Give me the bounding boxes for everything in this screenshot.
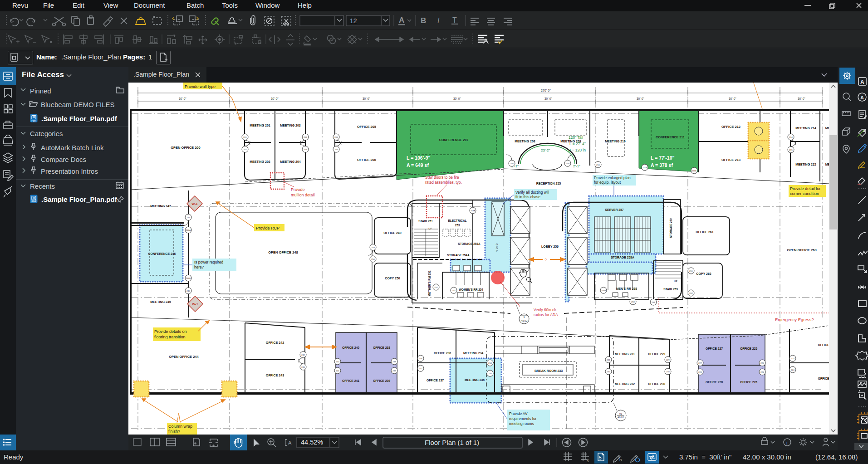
svg-text:225: 225 xyxy=(760,362,764,364)
svg-text:for equip. layout: for equip. layout xyxy=(594,180,621,185)
svg-text:236: 236 xyxy=(419,357,422,360)
svg-text:237: 237 xyxy=(419,367,422,370)
svg-text:A = 378 sf: A = 378 sf xyxy=(651,162,673,168)
svg-text:Stair doors to be fire: Stair doors to be fire xyxy=(425,175,459,180)
svg-text:COPY 250: COPY 250 xyxy=(385,277,400,280)
svg-text:Emergency Egress?: Emergency Egress? xyxy=(775,317,814,322)
svg-text:mullion detail: mullion detail xyxy=(291,193,315,197)
svg-text:OFFICE 239: OFFICE 239 xyxy=(373,379,390,382)
svg-text:STORAGE 258A: STORAGE 258A xyxy=(611,256,634,259)
svg-text:Column wrap: Column wrap xyxy=(168,424,192,429)
svg-text:OFFICE 238: OFFICE 238 xyxy=(373,346,390,349)
svg-text:A: A xyxy=(860,79,864,85)
svg-text:VOID: VOID xyxy=(495,243,498,251)
svg-text:Provide detail for: Provide detail for xyxy=(790,186,821,191)
svg-text:STORAGE 254A: STORAGE 254A xyxy=(447,254,470,257)
svg-text:247: 247 xyxy=(186,216,190,219)
svg-text:OFFICE 230: OFFICE 230 xyxy=(648,382,665,386)
svg-text:227: 227 xyxy=(698,362,702,364)
svg-text:OFFICE 249: OFFICE 249 xyxy=(383,231,401,234)
svg-text:1: 1 xyxy=(523,316,525,318)
svg-text:226: 226 xyxy=(760,371,764,373)
svg-text:B: B xyxy=(421,16,426,25)
svg-text:246B: 246B xyxy=(186,277,191,279)
svg-text:CONFERENCE 207: CONFERENCE 207 xyxy=(439,138,468,142)
svg-text:A6.01: A6.01 xyxy=(618,416,624,419)
svg-text:44.52%: 44.52% xyxy=(301,439,323,446)
svg-text:5: 5 xyxy=(587,459,589,463)
svg-text:235: 235 xyxy=(488,372,492,375)
svg-text:210: 210 xyxy=(596,164,600,166)
svg-text:MEETING 201: MEETING 201 xyxy=(250,124,270,127)
svg-text:215: 215 xyxy=(789,149,793,151)
svg-text:L = 77'-10": L = 77'-10" xyxy=(651,155,675,161)
svg-text:243: 243 xyxy=(301,366,305,368)
svg-text:223: 223 xyxy=(791,357,794,360)
svg-text:?: ? xyxy=(544,258,547,262)
svg-text:MEETING 202: MEETING 202 xyxy=(250,160,270,163)
svg-text:252: 252 xyxy=(434,286,438,288)
svg-text:OFFICE 206: OFFICE 206 xyxy=(357,158,376,162)
svg-text:MEETING 208: MEETING 208 xyxy=(515,140,535,143)
svg-text:30'-0": 30'-0" xyxy=(363,97,370,100)
svg-text:MEETING 214: MEETING 214 xyxy=(795,127,816,130)
svg-text:261: 261 xyxy=(689,270,693,272)
svg-text:MEN'S RR 258: MEN'S RR 258 xyxy=(616,287,637,290)
svg-text:A = 649 sf: A = 649 sf xyxy=(407,162,429,168)
svg-text:OFFICE 213: OFFICE 213 xyxy=(721,158,740,162)
svg-text:OFFICE 261: OFFICE 261 xyxy=(696,230,713,234)
svg-text:WOMEN'S RR 254: WOMEN'S RR 254 xyxy=(459,288,483,291)
svg-text:5: 5 xyxy=(599,455,602,460)
svg-text:STAIR 259: STAIR 259 xyxy=(663,288,678,291)
svg-text:201: 201 xyxy=(243,136,247,138)
svg-text:Provide wall type: Provide wall type xyxy=(185,84,216,89)
svg-text:242: 242 xyxy=(301,354,305,356)
svg-text:253: 253 xyxy=(455,224,460,227)
svg-text:radius for ADA: radius for ADA xyxy=(534,313,558,317)
svg-text:OFFICE 229: OFFICE 229 xyxy=(648,352,665,356)
svg-text:MEETING 247: MEETING 247 xyxy=(150,205,171,208)
svg-text:OFFICE 242: OFFICE 242 xyxy=(266,341,284,345)
svg-text:i: i xyxy=(786,440,787,445)
svg-text:12: 12 xyxy=(350,17,357,24)
svg-text:BREAK ROOM 233: BREAK ROOM 233 xyxy=(535,369,563,372)
svg-text:231: 231 xyxy=(607,359,610,361)
svg-text:270'-0": 270'-0" xyxy=(541,89,551,92)
svg-text:D = 120 in: D = 120 in xyxy=(568,148,586,152)
svg-text:OPEN OFFICE 200: OPEN OFFICE 200 xyxy=(171,146,200,150)
svg-text:2'-1": 2'-1" xyxy=(573,164,580,168)
svg-text:214: 214 xyxy=(789,136,793,138)
svg-text:PDF: PDF xyxy=(31,119,37,122)
svg-text:OFFICE 212: OFFICE 212 xyxy=(721,125,740,129)
svg-text:MEETING 210: MEETING 210 xyxy=(605,140,626,143)
svg-text:CONFERENCE 246: CONFERENCE 246 xyxy=(148,252,176,255)
svg-text:OPEN OFFICE 244: OPEN OFFICE 244 xyxy=(169,355,199,359)
svg-text:OFFICE 227: OFFICE 227 xyxy=(706,347,723,350)
svg-text:30'-0": 30'-0" xyxy=(637,97,644,100)
svg-text:CONFERENCE 211: CONFERENCE 211 xyxy=(656,135,685,139)
svg-text:259: 259 xyxy=(652,301,655,303)
svg-text:LOBBY 256: LOBBY 256 xyxy=(541,245,559,248)
svg-text:OPEN OFFICE 248: OPEN OFFICE 248 xyxy=(268,250,298,254)
svg-text:fit in this chase: fit in this chase xyxy=(515,195,540,199)
svg-text:T: T xyxy=(452,16,457,24)
svg-text:ELECTRICAL: ELECTRICAL xyxy=(448,219,466,222)
svg-text:30'-0": 30'-0" xyxy=(179,97,186,100)
svg-text:209: 209 xyxy=(566,162,569,165)
svg-text:OFFICE 237: OFFICE 237 xyxy=(427,379,444,382)
svg-text:UP: UP xyxy=(674,280,677,283)
svg-text:COPY 262: COPY 262 xyxy=(696,272,711,275)
svg-text:OFFICE 240: OFFICE 240 xyxy=(342,346,359,349)
svg-text:OFFICE 205: OFFICE 205 xyxy=(357,125,376,129)
svg-text:meeting rooms: meeting rooms xyxy=(509,421,534,426)
svg-text:W-1: W-1 xyxy=(191,202,198,206)
svg-text:241: 241 xyxy=(336,370,339,372)
svg-text:Provide AV: Provide AV xyxy=(509,411,528,416)
svg-text:requirements for: requirements for xyxy=(509,416,537,421)
svg-text:STORAGE 253A: STORAGE 253A xyxy=(458,242,481,245)
svg-text:30'-0": 30'-0" xyxy=(453,97,461,100)
svg-text:MEETING 215: MEETING 215 xyxy=(795,163,816,166)
svg-text:206: 206 xyxy=(334,148,338,151)
svg-text:SERVER 257: SERVER 257 xyxy=(605,208,623,211)
svg-text:OFFICE 241: OFFICE 241 xyxy=(342,379,359,382)
